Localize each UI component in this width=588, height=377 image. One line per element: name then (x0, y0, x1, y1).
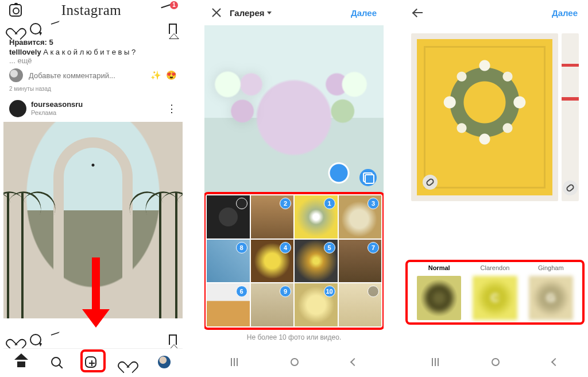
brand-logo: Instagram (61, 2, 121, 18)
dm-badge: 1 (170, 1, 178, 9)
system-navbar (405, 349, 585, 375)
selection-badge: 9 (280, 286, 291, 297)
bottom-tabbar (3, 348, 183, 375)
post-menu-icon[interactable]: ⋮ (167, 107, 177, 110)
selection-badge: 8 (236, 242, 247, 253)
filter-preview[interactable] (411, 33, 579, 201)
tag-link-icon[interactable] (563, 180, 578, 195)
poster-avatar[interactable] (9, 100, 26, 117)
filter-strip: Normal Clarendon C Gingham G (408, 256, 582, 332)
system-navbar (204, 349, 384, 375)
tab-home-icon[interactable] (16, 357, 27, 367)
source-label: Галерея (230, 8, 265, 18)
gallery-grid: 2 1 3 8 4 5 7 6 9 10 (207, 195, 381, 326)
wreath-graphic (442, 59, 528, 145)
like-icon[interactable] (9, 334, 22, 345)
comment-icon[interactable] (30, 334, 41, 345)
nav-home-icon[interactable] (492, 358, 500, 366)
screen-filters: Далее Normal Clarendon C Gingham G (405, 0, 585, 375)
selection-badge: 6 (236, 286, 247, 297)
share-icon[interactable] (51, 21, 62, 30)
caption-more[interactable]: ... ещё (3, 56, 183, 65)
selection-badge (368, 286, 379, 297)
screen-gallery: Галерея Далее 2 1 3 8 4 5 7 6 9 10 Не бо… (204, 0, 384, 375)
multiselect-toggle-icon[interactable] (359, 169, 377, 186)
gallery-header: Галерея Далее (204, 0, 384, 25)
filter-label: Gingham (529, 264, 573, 276)
top-bar: Instagram 1 (3, 0, 183, 21)
bookmark-icon[interactable] (169, 24, 177, 34)
gallery-thumb[interactable]: 6 (207, 283, 250, 326)
caption-text: А к а к о й л ю б и т е в ы ? (43, 48, 136, 56)
direct-messages-button[interactable]: 1 (161, 2, 177, 18)
post-header: fourseasonsru Реклама ⋮ (3, 95, 183, 122)
selection-badge (236, 198, 247, 209)
likes-count[interactable]: Нравится: 5 (3, 37, 183, 48)
gallery-thumb[interactable]: 1 (295, 195, 338, 238)
nav-home-icon[interactable] (291, 358, 299, 366)
selection-hint: Не более 10 фото или видео. (204, 329, 384, 341)
source-dropdown[interactable]: Галерея (230, 8, 272, 18)
gallery-thumb[interactable]: 2 (251, 195, 294, 238)
emoji-face-icon[interactable]: 😍 (166, 70, 177, 80)
tag-link-icon[interactable] (423, 175, 438, 190)
close-icon[interactable] (211, 7, 222, 18)
gallery-thumb[interactable]: 7 (339, 240, 382, 283)
gallery-thumb[interactable] (207, 195, 250, 238)
selection-badge: 1 (324, 198, 335, 209)
post-actions-row (3, 21, 183, 37)
selection-badge: 5 (324, 242, 335, 253)
selection-badge: 7 (368, 242, 379, 253)
gallery-thumb[interactable]: 10 (295, 283, 338, 326)
gallery-thumb[interactable]: 3 (339, 195, 382, 238)
poster-username[interactable]: fourseasonsru (31, 101, 83, 109)
gallery-thumb[interactable] (339, 283, 382, 326)
selection-badge: 4 (280, 242, 291, 253)
back-icon[interactable] (412, 7, 424, 18)
preview-next[interactable] (562, 33, 579, 201)
add-comment-row: ✨ 😍 (3, 65, 183, 86)
comment-icon[interactable] (30, 23, 41, 34)
post-timestamp: 2 минуты назад (3, 86, 183, 95)
selected-preview[interactable] (204, 25, 384, 193)
selection-badge: 3 (368, 198, 379, 209)
gallery-thumb[interactable]: 4 (251, 240, 294, 283)
filter-header: Далее (405, 0, 585, 25)
sponsored-label: Реклама (31, 109, 83, 117)
tutorial-arrow-icon (87, 257, 105, 328)
filter-option-gingham[interactable]: Gingham G (529, 264, 573, 320)
tab-create-icon[interactable] (85, 356, 96, 368)
next-button[interactable]: Далее (552, 8, 578, 18)
emoji-sparkle-icon[interactable]: ✨ (150, 70, 161, 80)
nav-recent-icon[interactable] (231, 358, 238, 366)
comment-input[interactable] (28, 71, 146, 80)
tab-activity-icon[interactable] (121, 356, 134, 368)
gallery-thumb[interactable]: 9 (251, 283, 294, 326)
bookmark-icon[interactable] (169, 334, 177, 345)
nav-recent-icon[interactable] (432, 358, 439, 366)
gallery-thumb[interactable]: 5 (295, 240, 338, 283)
tab-profile-avatar[interactable] (158, 356, 171, 368)
selection-badge: 2 (280, 198, 291, 209)
self-avatar[interactable] (9, 68, 23, 82)
camera-icon[interactable] (9, 4, 22, 17)
filter-label: Normal (417, 264, 461, 276)
screen-feed: Instagram 1 Нравится: 5 telllovely А к а… (3, 0, 183, 375)
filter-label: Clarendon (473, 264, 517, 276)
post-caption: telllovely А к а к о й л ю б и т е в ы ? (3, 48, 183, 56)
nav-back-icon[interactable] (350, 358, 358, 366)
like-icon[interactable] (9, 23, 22, 34)
nav-back-icon[interactable] (551, 358, 559, 366)
filter-option-normal[interactable]: Normal (417, 264, 461, 320)
next-button[interactable]: Далее (351, 8, 377, 18)
preview-main (411, 33, 558, 201)
post-actions-row-2 (3, 331, 183, 348)
share-icon[interactable] (51, 332, 62, 341)
filter-option-clarendon[interactable]: Clarendon C (473, 264, 517, 320)
selection-badge: 10 (324, 286, 335, 297)
tab-search-icon[interactable] (51, 357, 61, 367)
caption-username[interactable]: telllovely (9, 48, 41, 56)
gallery-thumb[interactable]: 8 (207, 240, 250, 283)
chevron-down-icon (267, 11, 272, 14)
